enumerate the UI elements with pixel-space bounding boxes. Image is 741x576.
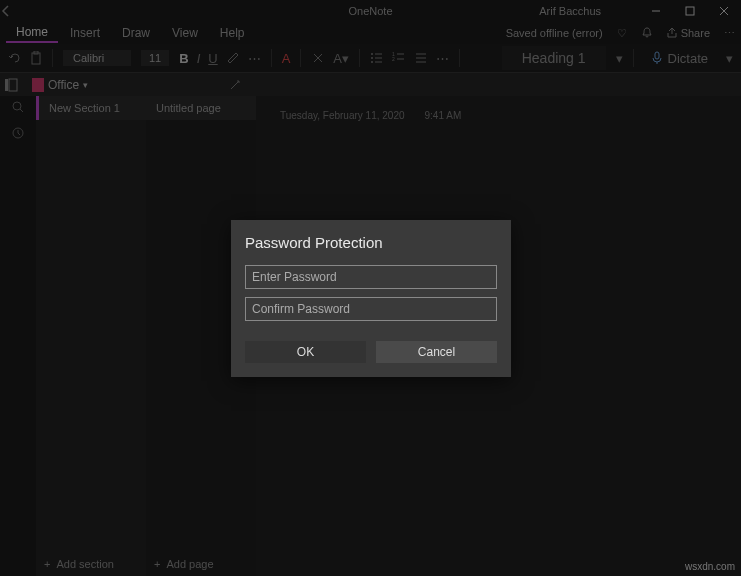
share-button[interactable]: Share xyxy=(667,27,710,39)
svg-rect-19 xyxy=(9,79,17,91)
notebook-bar: Office ▾ xyxy=(0,72,741,96)
bullets-button[interactable] xyxy=(370,51,384,65)
svg-point-20 xyxy=(13,102,21,110)
plus-icon: + xyxy=(44,558,50,570)
recent-icon[interactable] xyxy=(11,126,25,140)
note-time: 9:41 AM xyxy=(425,110,462,121)
svg-point-4 xyxy=(371,53,373,55)
font-name-select[interactable]: Calibri xyxy=(63,50,131,66)
more-icon[interactable]: ⋯ xyxy=(724,27,735,40)
notebook-select[interactable]: Office ▾ xyxy=(32,78,88,92)
search-mode-icon[interactable] xyxy=(229,79,241,91)
tab-view[interactable]: View xyxy=(162,24,208,42)
bottom-bar: + Add section + Add page xyxy=(36,552,256,576)
plus-icon: + xyxy=(154,558,160,570)
tab-insert[interactable]: Insert xyxy=(60,24,110,42)
close-button[interactable] xyxy=(707,0,741,22)
clipboard-button[interactable] xyxy=(30,51,42,65)
confirm-password-input[interactable] xyxy=(245,297,497,321)
tab-draw[interactable]: Draw xyxy=(112,24,160,42)
share-icon xyxy=(667,28,677,38)
italic-button[interactable]: I xyxy=(197,51,201,66)
watermark: wsxdn.com xyxy=(685,561,735,572)
svg-rect-18 xyxy=(5,79,8,91)
clear-formatting-button[interactable] xyxy=(311,51,325,65)
more-font-button[interactable]: ⋯ xyxy=(248,51,261,66)
svg-rect-17 xyxy=(655,52,659,59)
user-name[interactable]: Arif Bacchus xyxy=(539,5,601,17)
tab-help[interactable]: Help xyxy=(210,24,255,42)
save-status: Saved offline (error) xyxy=(506,27,603,39)
tab-home[interactable]: Home xyxy=(6,23,58,43)
numbering-button[interactable]: 12 xyxy=(392,51,406,65)
ok-button[interactable]: OK xyxy=(245,341,366,363)
dictate-button[interactable]: Dictate xyxy=(644,49,716,68)
back-button[interactable] xyxy=(0,5,30,17)
note-date: Tuesday, February 11, 2020 xyxy=(280,110,405,121)
svg-rect-1 xyxy=(686,7,694,15)
ribbon-tabs: Home Insert Draw View Help Saved offline… xyxy=(0,22,741,44)
mic-icon xyxy=(652,51,662,65)
maximize-button[interactable] xyxy=(673,0,707,22)
bell-icon[interactable] xyxy=(641,27,653,39)
add-page-button[interactable]: + Add page xyxy=(146,552,256,576)
enter-password-input[interactable] xyxy=(245,265,497,289)
font-color-button[interactable]: A xyxy=(282,51,291,66)
style-select[interactable]: Heading 1 xyxy=(502,46,606,70)
svg-point-6 xyxy=(371,57,373,59)
font-size-select[interactable]: 11 xyxy=(141,50,169,66)
dialog-title: Password Protection xyxy=(245,234,497,251)
toolbar: Calibri 11 B I U ⋯ A A▾ 12 ⋯ Heading 1 ▾… xyxy=(0,44,741,72)
chevron-down-icon: ▾ xyxy=(83,80,88,90)
section-item[interactable]: New Section 1 xyxy=(36,96,146,120)
add-section-button[interactable]: + Add section xyxy=(36,552,146,576)
minimize-button[interactable] xyxy=(639,0,673,22)
cancel-button[interactable]: Cancel xyxy=(376,341,497,363)
search-icon[interactable] xyxy=(11,100,25,114)
underline-button[interactable]: U xyxy=(208,51,217,66)
page-item[interactable]: Untitled page xyxy=(146,96,256,120)
indent-button[interactable] xyxy=(414,51,428,65)
style-dropdown-icon[interactable]: ▾ xyxy=(616,51,623,66)
window-controls xyxy=(639,0,741,22)
app-title: OneNote xyxy=(348,5,392,17)
format-painter-button[interactable]: A▾ xyxy=(333,51,349,66)
svg-point-8 xyxy=(371,61,373,63)
notebook-color-icon xyxy=(32,78,44,92)
password-dialog: Password Protection OK Cancel xyxy=(231,220,511,377)
svg-rect-2 xyxy=(32,53,40,64)
bold-button[interactable]: B xyxy=(179,51,188,66)
toolbar-dropdown-icon[interactable]: ▾ xyxy=(726,51,733,66)
svg-text:2: 2 xyxy=(392,56,395,62)
undo-button[interactable] xyxy=(8,51,22,65)
svg-line-21 xyxy=(20,109,23,112)
titlebar: OneNote Arif Bacchus xyxy=(0,0,741,22)
sections-pane: New Section 1 xyxy=(36,96,146,576)
nav-toggle-icon[interactable] xyxy=(4,78,24,92)
left-rail xyxy=(0,96,36,576)
highlight-button[interactable] xyxy=(226,51,240,65)
lightbulb-icon[interactable]: ♡ xyxy=(617,27,627,40)
more-para-button[interactable]: ⋯ xyxy=(436,51,449,66)
